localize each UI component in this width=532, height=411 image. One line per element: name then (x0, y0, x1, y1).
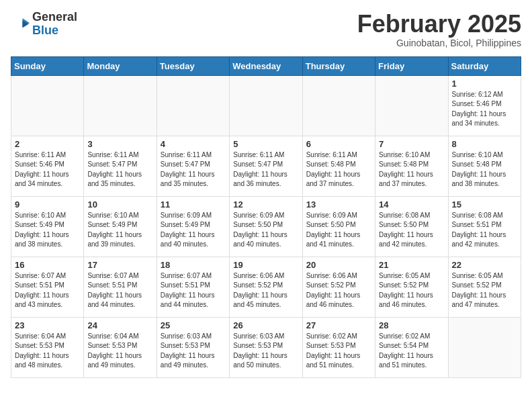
day-info: Sunrise: 6:07 AM Sunset: 5:51 PM Dayligh… (15, 271, 80, 310)
day-info: Sunrise: 6:02 AM Sunset: 5:53 PM Dayligh… (306, 332, 371, 371)
calendar-table: SundayMondayTuesdayWednesdayThursdayFrid… (11, 56, 521, 378)
day-info: Sunrise: 6:02 AM Sunset: 5:54 PM Dayligh… (379, 332, 444, 371)
logo-blue-text: Blue (32, 24, 58, 37)
calendar-cell: 10Sunrise: 6:10 AM Sunset: 5:49 PM Dayli… (84, 196, 157, 257)
day-number: 22 (452, 260, 517, 270)
day-info: Sunrise: 6:04 AM Sunset: 5:53 PM Dayligh… (87, 332, 152, 371)
day-info: Sunrise: 6:06 AM Sunset: 5:52 PM Dayligh… (306, 271, 371, 310)
day-number: 9 (15, 199, 80, 210)
day-info: Sunrise: 6:05 AM Sunset: 5:52 PM Dayligh… (379, 271, 444, 310)
calendar-cell: 17Sunrise: 6:07 AM Sunset: 5:51 PM Dayli… (84, 257, 157, 317)
day-info: Sunrise: 6:11 AM Sunset: 5:47 PM Dayligh… (233, 150, 298, 189)
calendar-cell: 6Sunrise: 6:11 AM Sunset: 5:48 PM Daylig… (302, 136, 375, 196)
day-info: Sunrise: 6:09 AM Sunset: 5:50 PM Dayligh… (233, 211, 298, 250)
day-number: 7 (379, 139, 444, 149)
day-number: 5 (233, 139, 298, 149)
weekday-header-friday: Friday (375, 56, 448, 75)
day-info: Sunrise: 6:07 AM Sunset: 5:51 PM Dayligh… (87, 271, 152, 310)
day-number: 25 (161, 320, 226, 330)
calendar-cell: 4Sunrise: 6:11 AM Sunset: 5:47 PM Daylig… (157, 136, 229, 196)
calendar-cell: 16Sunrise: 6:07 AM Sunset: 5:51 PM Dayli… (11, 257, 84, 317)
day-number: 14 (379, 199, 444, 210)
calendar-cell: 12Sunrise: 6:09 AM Sunset: 5:50 PM Dayli… (230, 196, 302, 257)
weekday-header-wednesday: Wednesday (230, 56, 302, 75)
day-number: 21 (379, 260, 444, 270)
day-info: Sunrise: 6:09 AM Sunset: 5:50 PM Dayligh… (306, 211, 371, 250)
calendar-cell: 13Sunrise: 6:09 AM Sunset: 5:50 PM Dayli… (302, 196, 375, 257)
calendar-cell: 23Sunrise: 6:04 AM Sunset: 5:53 PM Dayli… (11, 317, 84, 377)
calendar-cell (302, 75, 375, 136)
day-info: Sunrise: 6:10 AM Sunset: 5:48 PM Dayligh… (452, 150, 517, 189)
day-number: 12 (233, 199, 298, 210)
month-year-title: February 2025 (357, 11, 521, 38)
calendar-cell: 26Sunrise: 6:03 AM Sunset: 5:53 PM Dayli… (230, 317, 302, 377)
calendar-cell: 20Sunrise: 6:06 AM Sunset: 5:52 PM Dayli… (302, 257, 375, 317)
day-number: 17 (87, 260, 152, 270)
day-number: 24 (87, 320, 152, 330)
day-info: Sunrise: 6:12 AM Sunset: 5:46 PM Dayligh… (452, 90, 517, 129)
day-info: Sunrise: 6:10 AM Sunset: 5:49 PM Dayligh… (87, 211, 152, 250)
calendar-week-2: 2Sunrise: 6:11 AM Sunset: 5:46 PM Daylig… (11, 136, 521, 196)
weekday-header-tuesday: Tuesday (157, 56, 229, 75)
day-info: Sunrise: 6:11 AM Sunset: 5:47 PM Dayligh… (161, 150, 226, 189)
day-number: 19 (233, 260, 298, 270)
day-info: Sunrise: 6:03 AM Sunset: 5:53 PM Dayligh… (161, 332, 226, 371)
calendar-cell: 7Sunrise: 6:10 AM Sunset: 5:48 PM Daylig… (375, 136, 448, 196)
day-number: 3 (87, 139, 152, 149)
calendar-cell: 9Sunrise: 6:10 AM Sunset: 5:49 PM Daylig… (11, 196, 84, 257)
day-number: 2 (15, 139, 80, 149)
day-number: 6 (306, 139, 371, 149)
calendar-cell (230, 75, 302, 136)
day-info: Sunrise: 6:11 AM Sunset: 5:48 PM Dayligh… (306, 150, 371, 189)
calendar-header-row: SundayMondayTuesdayWednesdayThursdayFrid… (11, 56, 521, 75)
weekday-header-sunday: Sunday (11, 56, 84, 75)
day-info: Sunrise: 6:05 AM Sunset: 5:52 PM Dayligh… (452, 271, 517, 310)
calendar-cell: 1Sunrise: 6:12 AM Sunset: 5:46 PM Daylig… (448, 75, 521, 136)
calendar-cell (11, 75, 84, 136)
title-block: February 2025 Guinobatan, Bicol, Philipp… (357, 11, 521, 48)
day-number: 23 (15, 320, 80, 330)
calendar-week-1: 1Sunrise: 6:12 AM Sunset: 5:46 PM Daylig… (11, 75, 521, 136)
logo-icon (11, 15, 30, 34)
day-number: 16 (15, 260, 80, 270)
calendar-cell: 25Sunrise: 6:03 AM Sunset: 5:53 PM Dayli… (157, 317, 229, 377)
day-info: Sunrise: 6:09 AM Sunset: 5:49 PM Dayligh… (161, 211, 226, 250)
day-number: 18 (161, 260, 226, 270)
calendar-cell: 15Sunrise: 6:08 AM Sunset: 5:51 PM Dayli… (448, 196, 521, 257)
day-info: Sunrise: 6:08 AM Sunset: 5:51 PM Dayligh… (452, 211, 517, 250)
calendar-cell (448, 317, 521, 377)
calendar-cell: 22Sunrise: 6:05 AM Sunset: 5:52 PM Dayli… (448, 257, 521, 317)
calendar-cell: 18Sunrise: 6:07 AM Sunset: 5:51 PM Dayli… (157, 257, 229, 317)
day-number: 8 (452, 139, 517, 149)
day-info: Sunrise: 6:03 AM Sunset: 5:53 PM Dayligh… (233, 332, 298, 371)
day-number: 20 (306, 260, 371, 270)
day-number: 10 (87, 199, 152, 210)
page-header: General Blue February 2025 Guinobatan, B… (11, 11, 521, 48)
calendar-cell: 19Sunrise: 6:06 AM Sunset: 5:52 PM Dayli… (230, 257, 302, 317)
calendar-cell (375, 75, 448, 136)
day-info: Sunrise: 6:11 AM Sunset: 5:46 PM Dayligh… (15, 150, 80, 189)
calendar-cell (157, 75, 229, 136)
calendar-cell: 28Sunrise: 6:02 AM Sunset: 5:54 PM Dayli… (375, 317, 448, 377)
calendar-cell: 8Sunrise: 6:10 AM Sunset: 5:48 PM Daylig… (448, 136, 521, 196)
calendar-week-5: 23Sunrise: 6:04 AM Sunset: 5:53 PM Dayli… (11, 317, 521, 377)
day-info: Sunrise: 6:08 AM Sunset: 5:50 PM Dayligh… (379, 211, 444, 250)
day-number: 27 (306, 320, 371, 330)
logo-general-text: General (32, 10, 77, 24)
calendar-cell: 14Sunrise: 6:08 AM Sunset: 5:50 PM Dayli… (375, 196, 448, 257)
day-info: Sunrise: 6:10 AM Sunset: 5:48 PM Dayligh… (379, 150, 444, 189)
calendar-week-4: 16Sunrise: 6:07 AM Sunset: 5:51 PM Dayli… (11, 257, 521, 317)
calendar-cell: 11Sunrise: 6:09 AM Sunset: 5:49 PM Dayli… (157, 196, 229, 257)
weekday-header-monday: Monday (84, 56, 157, 75)
day-number: 1 (452, 79, 517, 89)
weekday-header-thursday: Thursday (302, 56, 375, 75)
day-number: 13 (306, 199, 371, 210)
day-number: 26 (233, 320, 298, 330)
weekday-header-saturday: Saturday (448, 56, 521, 75)
day-number: 11 (161, 199, 226, 210)
day-info: Sunrise: 6:11 AM Sunset: 5:47 PM Dayligh… (87, 150, 152, 189)
calendar-cell: 3Sunrise: 6:11 AM Sunset: 5:47 PM Daylig… (84, 136, 157, 196)
day-info: Sunrise: 6:07 AM Sunset: 5:51 PM Dayligh… (161, 271, 226, 310)
calendar-cell: 5Sunrise: 6:11 AM Sunset: 5:47 PM Daylig… (230, 136, 302, 196)
calendar-cell (84, 75, 157, 136)
